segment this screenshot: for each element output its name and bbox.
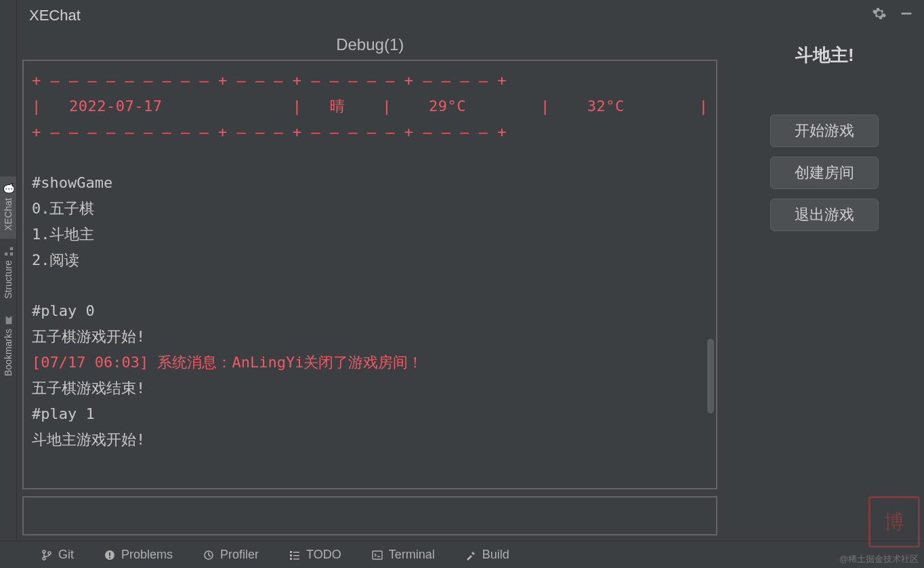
svg-rect-11 xyxy=(290,551,292,553)
watermark-text: @稀土掘金技术社区 xyxy=(839,553,919,565)
scrollbar-thumb[interactable] xyxy=(707,339,714,413)
bottom-tab-problems[interactable]: Problems xyxy=(104,548,173,562)
bottom-tab-label: Profiler xyxy=(220,548,259,562)
bottom-tab-label: Git xyxy=(58,548,74,562)
sidebar-tab-bookmarks[interactable]: Bookmarks xyxy=(0,307,16,384)
structure-icon xyxy=(3,247,13,256)
game-title: 斗地主! xyxy=(795,43,854,67)
bottom-tab-label: Build xyxy=(482,548,509,562)
svg-rect-2 xyxy=(10,247,13,250)
svg-point-5 xyxy=(43,557,45,560)
weather-box-row: | 2022-07-17 | 晴 | 29°C | 32°C | xyxy=(32,94,708,119)
console-line: 五子棋游戏结束! xyxy=(32,376,708,401)
sidebar-tab-label: XEChat xyxy=(3,198,14,230)
start-game-button[interactable]: 开始游戏 xyxy=(770,115,879,147)
minimize-icon[interactable] xyxy=(899,6,914,25)
svg-rect-14 xyxy=(293,555,299,556)
console-line: 0.五子棋 xyxy=(32,196,708,222)
gear-icon[interactable] xyxy=(872,6,887,25)
bottom-tab-label: Problems xyxy=(121,548,173,562)
console-line: 五子棋游戏开始! xyxy=(32,324,708,350)
bottom-tab-git[interactable]: Git xyxy=(41,548,74,562)
console-line xyxy=(32,144,708,170)
svg-rect-0 xyxy=(10,253,13,256)
weather-box-top: + — — — — — — — — — + — — — + — — — — — … xyxy=(32,68,708,94)
weather-box-bottom: + — — — — — — — — — + — — — + — — — — — … xyxy=(32,119,708,145)
tab-title[interactable]: Debug(1) xyxy=(22,31,717,60)
bottom-tool-bar: Git Problems Profiler TODO Terminal Buil… xyxy=(0,541,924,568)
create-room-button[interactable]: 创建房间 xyxy=(770,157,879,189)
chat-bubble-icon: 💬 xyxy=(3,184,13,194)
svg-rect-9 xyxy=(109,556,110,558)
svg-rect-17 xyxy=(373,551,382,559)
bottom-tab-build[interactable]: Build xyxy=(465,548,509,562)
console-line: 2.阅读 xyxy=(32,247,708,273)
warning-icon xyxy=(104,549,116,561)
console-line: #play 1 xyxy=(32,401,708,427)
svg-rect-12 xyxy=(293,552,299,553)
console-line: 1.斗地主 xyxy=(32,222,708,247)
todo-list-icon xyxy=(289,549,301,561)
chat-input-container xyxy=(22,496,717,535)
sidebar-tab-label: Structure xyxy=(3,260,14,299)
svg-point-4 xyxy=(43,550,45,553)
system-message: [07/17 06:03] 系统消息：AnLingYi关闭了游戏房间！ xyxy=(32,350,708,376)
svg-point-6 xyxy=(48,552,51,554)
terminal-icon xyxy=(371,549,383,561)
svg-rect-8 xyxy=(109,552,110,556)
bookmark-icon xyxy=(3,315,13,325)
console-line: 斗地主游戏开始! xyxy=(32,427,708,453)
git-branch-icon xyxy=(41,549,53,561)
bottom-tab-terminal[interactable]: Terminal xyxy=(371,548,435,562)
svg-rect-16 xyxy=(293,559,299,560)
sidebar-tab-xechat[interactable]: XEChat 💬 xyxy=(0,176,16,239)
console-line: #showGame xyxy=(32,170,708,196)
console-output[interactable]: + — — — — — — — — — + — — — + — — — — — … xyxy=(22,60,717,489)
bottom-tab-todo[interactable]: TODO xyxy=(289,548,341,562)
console-line xyxy=(32,273,708,299)
svg-rect-15 xyxy=(290,558,292,560)
sidebar-tab-structure[interactable]: Structure xyxy=(0,239,16,307)
profiler-icon xyxy=(203,549,215,561)
bottom-tab-label: Terminal xyxy=(389,548,435,562)
svg-rect-13 xyxy=(290,554,292,556)
panel-title: XEChat xyxy=(29,7,81,24)
game-side-panel: 斗地主! 开始游戏 创建房间 退出游戏 xyxy=(723,31,924,541)
bottom-tab-label: TODO xyxy=(306,548,341,562)
left-tool-sidebar: XEChat 💬 Structure Bookmarks xyxy=(0,0,17,541)
bottom-tab-profiler[interactable]: Profiler xyxy=(203,548,259,562)
console-line: #play 0 xyxy=(32,298,708,324)
svg-rect-1 xyxy=(5,253,7,256)
exit-game-button[interactable]: 退出游戏 xyxy=(770,199,879,231)
sidebar-tab-label: Bookmarks xyxy=(3,329,14,376)
panel-title-bar: XEChat xyxy=(17,0,924,31)
hammer-icon xyxy=(465,549,477,561)
chat-input[interactable] xyxy=(29,508,711,524)
